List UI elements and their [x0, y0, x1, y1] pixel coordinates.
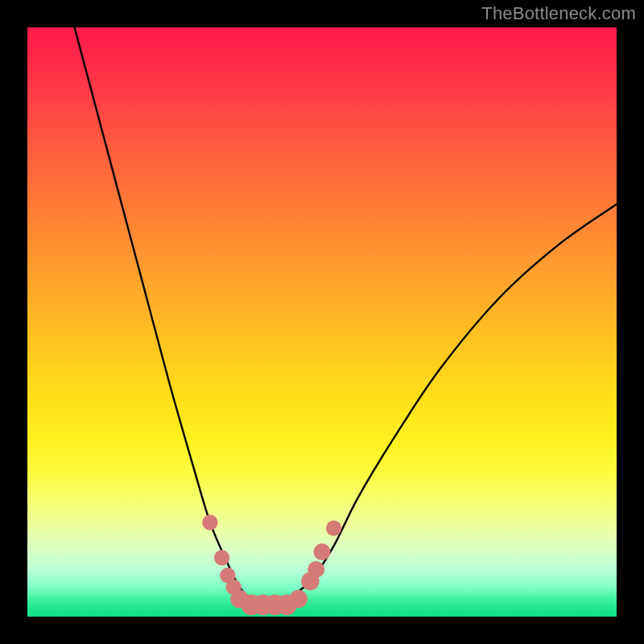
- bottleneck-curve: [75, 27, 617, 605]
- data-marker: [326, 521, 341, 536]
- plot-area: [27, 27, 617, 617]
- data-marker: [289, 590, 308, 609]
- curve-group: [75, 27, 617, 605]
- chart-frame: TheBottleneck.com: [0, 0, 644, 644]
- data-marker: [314, 543, 331, 560]
- data-marker: [308, 561, 324, 578]
- data-marker: [214, 550, 229, 565]
- watermark-text: TheBottleneck.com: [481, 3, 636, 24]
- chart-svg: [27, 27, 617, 617]
- marker-group: [202, 514, 341, 615]
- data-marker: [202, 514, 217, 530]
